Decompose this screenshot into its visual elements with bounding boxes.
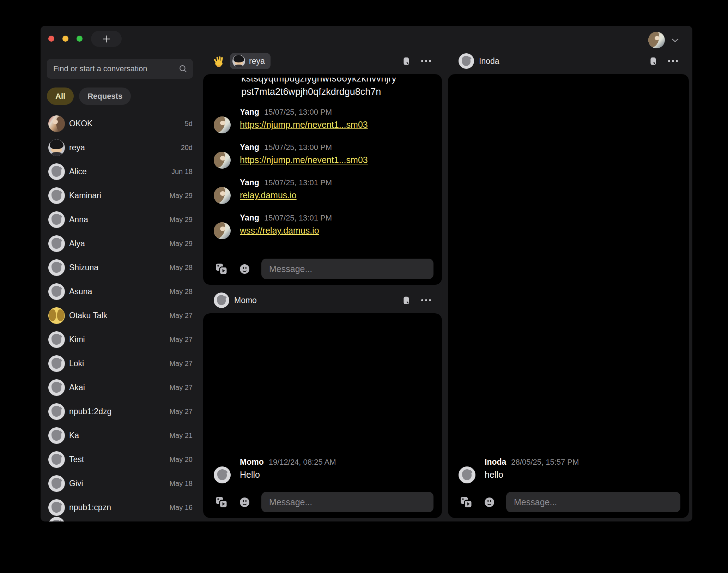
- message-sender: Yang: [240, 107, 259, 117]
- inoda-avatar[interactable]: [459, 466, 475, 483]
- more-icon[interactable]: [421, 60, 431, 62]
- message-input[interactable]: [261, 492, 433, 512]
- media-icon[interactable]: [215, 263, 228, 275]
- conversation-date: May 27: [169, 336, 193, 344]
- chat-title-pill-reya[interactable]: reya: [230, 53, 271, 69]
- avatar: [48, 307, 65, 324]
- conversation-name: Shizuna: [69, 263, 98, 272]
- user-menu[interactable]: [648, 32, 679, 48]
- list-item[interactable]: Kimi May 27: [41, 327, 203, 351]
- message-input[interactable]: [261, 259, 433, 279]
- list-item[interactable]: Givi May 18: [41, 471, 203, 495]
- momo-avatar[interactable]: [214, 466, 231, 483]
- conversation-date: 20d: [181, 144, 193, 152]
- emoji-icon[interactable]: [239, 497, 250, 508]
- message-text: Hello: [240, 470, 336, 480]
- avatar: [48, 259, 65, 276]
- conversation-name: Kaminari: [69, 191, 101, 200]
- message-sender: Yang: [240, 213, 259, 223]
- list-item[interactable]: Shizuna May 28: [41, 255, 203, 279]
- message-scrollback-tail: kstsqyqtmpdgzlygnwfs66ykzkhvvnjry pst7mt…: [241, 78, 433, 98]
- search-input[interactable]: [47, 64, 179, 73]
- avatar: [48, 283, 65, 300]
- conversation-name: Test: [69, 455, 84, 464]
- avatar: [48, 451, 65, 468]
- list-item[interactable]: Otaku Talk May 27: [41, 303, 203, 327]
- media-icon[interactable]: [460, 496, 473, 508]
- conversation-name: Ka: [69, 431, 79, 440]
- filter-requests[interactable]: Requests: [79, 88, 131, 105]
- emoji-icon[interactable]: [484, 497, 495, 508]
- list-item[interactable]: Akai May 27: [41, 375, 203, 399]
- list-item[interactable]: Kaminari May 29: [41, 183, 203, 207]
- current-user-avatar[interactable]: [648, 32, 665, 48]
- avatar: [48, 517, 65, 521]
- more-icon[interactable]: [421, 299, 431, 302]
- zoom-button[interactable]: [77, 36, 83, 42]
- message-text: hello: [485, 470, 579, 480]
- plus-icon: [102, 34, 111, 44]
- message-input[interactable]: [506, 492, 680, 512]
- message-sender: Yang: [240, 178, 259, 187]
- avatar: [48, 331, 65, 348]
- chat-column-reya-momo: reya kstsqyqtmpdgzlygnwfs66ykzkhvvnjry p…: [203, 26, 442, 521]
- filter-all[interactable]: All: [47, 88, 74, 105]
- chat-title: Momo: [234, 296, 257, 305]
- conversation-name: Asuna: [69, 287, 92, 296]
- reya-avatar: [232, 55, 245, 67]
- yang-avatar[interactable]: [214, 222, 231, 239]
- conversation-date: May 27: [169, 384, 193, 392]
- conversation-date: May 28: [169, 288, 193, 296]
- new-chat-button[interactable]: [91, 31, 122, 47]
- list-item[interactable]: Anna May 29: [41, 207, 203, 231]
- note-compose-icon[interactable]: [402, 56, 411, 66]
- clipped-message-line: kstsqyqtmpdgzlygnwfs66ykzkhvvnjry: [241, 78, 433, 85]
- conversation-date: May 27: [169, 360, 193, 368]
- message-input-row: [214, 259, 433, 279]
- message: Yang 15/07/25, 13:01 PM relay.damus.io: [214, 178, 433, 204]
- list-item[interactable]: reya 20d: [41, 135, 203, 159]
- more-icon[interactable]: [668, 60, 678, 62]
- note-compose-icon[interactable]: [649, 56, 658, 66]
- message-link[interactable]: relay.damus.io: [240, 190, 297, 200]
- conversation-date: Jun 18: [171, 168, 193, 176]
- yang-avatar[interactable]: [214, 116, 231, 133]
- momo-avatar[interactable]: [214, 292, 229, 308]
- message-link[interactable]: https://njump.me/nevent1...sm03: [240, 120, 368, 130]
- yang-avatar[interactable]: [214, 152, 231, 169]
- emoji-icon[interactable]: [239, 264, 250, 275]
- avatar: [48, 499, 65, 516]
- list-item[interactable]: Test May 20: [41, 447, 203, 471]
- conversation-name: Kimi: [69, 335, 85, 344]
- list-item[interactable]: npub1:2dzg May 27: [41, 399, 203, 423]
- conversation-name: npub1:cpzn: [69, 503, 111, 512]
- avatar: [48, 427, 65, 444]
- chevron-down-icon: [671, 38, 679, 43]
- list-item[interactable]: OKOK 5d: [41, 111, 203, 135]
- conversation-date: May 16: [169, 503, 193, 512]
- conversation-name: Loki: [69, 359, 84, 368]
- avatar: [48, 235, 65, 252]
- close-button[interactable]: [48, 36, 54, 42]
- conversation-name: Anna: [69, 215, 88, 224]
- note-compose-icon[interactable]: [402, 296, 411, 305]
- avatar: [48, 403, 65, 420]
- list-item[interactable]: Ka May 21: [41, 423, 203, 447]
- list-item-partially-scrolled[interactable]: [48, 517, 65, 521]
- chat-card-momo: Momo 19/12/24, 08:25 AM Hello: [203, 313, 442, 518]
- yang-avatar[interactable]: [214, 187, 231, 204]
- list-item[interactable]: npub1:cpzn May 16: [41, 495, 203, 519]
- minimize-button[interactable]: [62, 36, 68, 42]
- chat-card-inoda: Inoda 28/05/25, 15:57 PM hello: [448, 74, 689, 518]
- list-item[interactable]: Loki May 27: [41, 351, 203, 375]
- search-icon: [179, 65, 187, 73]
- list-item[interactable]: Asuna May 28: [41, 279, 203, 303]
- chat-card-reya: kstsqyqtmpdgzlygnwfs66ykzkhvvnjry pst7mt…: [203, 74, 442, 285]
- message-link[interactable]: wss://relay.damus.io: [240, 225, 319, 236]
- list-item[interactable]: Alice Jun 18: [41, 159, 203, 183]
- message-timestamp: 15/07/25, 13:00 PM: [264, 143, 332, 152]
- message-link[interactable]: https://njump.me/nevent1...sm03: [240, 155, 368, 165]
- inoda-avatar[interactable]: [459, 53, 474, 69]
- media-icon[interactable]: [215, 496, 228, 508]
- list-item[interactable]: Alya May 29: [41, 231, 203, 255]
